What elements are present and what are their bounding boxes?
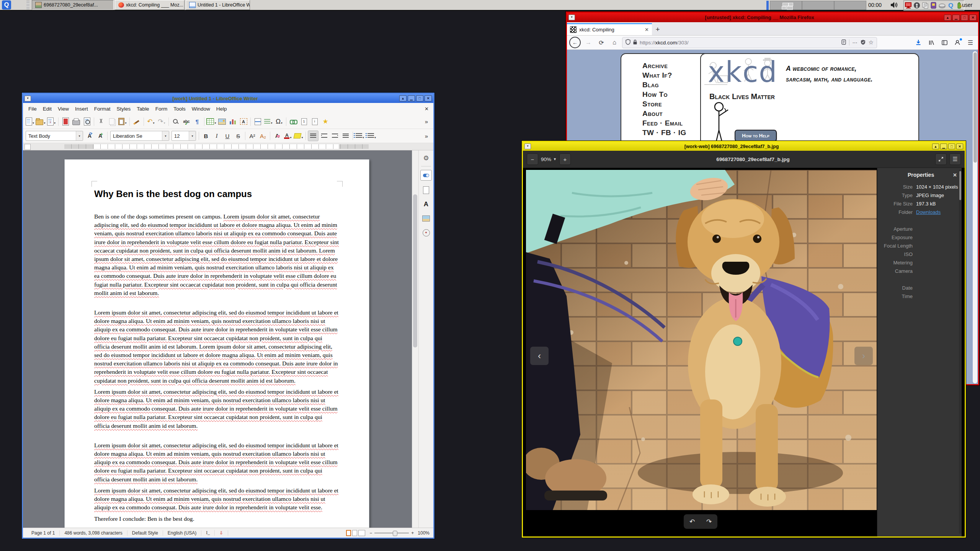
single-page-view-icon[interactable] <box>346 530 351 536</box>
clipboard-icon[interactable] <box>922 2 929 9</box>
app-menu-icon[interactable]: ☰ <box>949 153 961 165</box>
paste-icon[interactable]: ▾ <box>118 117 127 127</box>
font-color-icon[interactable]: A▾ <box>283 131 293 141</box>
window-menu-icon[interactable]: ▾ <box>524 143 531 149</box>
page-actions-icon[interactable]: ⋯ <box>853 40 858 46</box>
menu-edit[interactable]: Edit <box>40 106 55 112</box>
tab-xkcd[interactable]: xkcd: Compiling ✕ <box>567 23 652 35</box>
shade-button[interactable]: ▲ <box>399 95 407 101</box>
word-count[interactable]: 486 words, 3,098 characters <box>60 530 127 536</box>
menu-table[interactable]: Table <box>134 106 152 112</box>
document-heading[interactable]: Why Ben is the best dog on campus <box>94 189 339 199</box>
qubes-icon[interactable]: Q <box>947 2 954 9</box>
zoom-percentage[interactable]: 100% <box>418 530 430 536</box>
toolbar-overflow-icon[interactable]: » <box>421 117 431 127</box>
maximize-button[interactable]: □ <box>948 143 955 149</box>
library-icon[interactable] <box>926 37 937 48</box>
bookmark-icon[interactable]: ★ <box>320 117 330 127</box>
align-center-icon[interactable] <box>319 131 329 141</box>
forward-icon[interactable]: → <box>583 37 594 48</box>
paragraph[interactable]: Ben is one of the dogs sometimes present… <box>94 212 339 297</box>
shade-button[interactable]: ▲ <box>944 15 951 21</box>
rotate-left-icon[interactable]: ↶ <box>689 518 695 526</box>
viewer-titlebar[interactable]: ▾ [work-web] 6968727080_29ecef8af7_b.jpg… <box>523 142 965 151</box>
menu-form[interactable]: Form <box>152 106 171 112</box>
workspace-1[interactable] <box>770 1 802 10</box>
redo-icon[interactable]: ↷▾ <box>157 117 167 127</box>
book-view-icon[interactable] <box>358 530 365 536</box>
highlight-color-icon[interactable]: ▾ <box>294 131 304 141</box>
page-deck-icon[interactable] <box>421 186 431 195</box>
firefox-titlebar[interactable]: ▾ [untrusted] xkcd: Compiling __ Mozilla… <box>567 13 978 22</box>
conclusion-paragraph[interactable]: Therefore I conclude: Ben is the best do… <box>94 515 339 523</box>
shade-button[interactable]: ▲ <box>932 143 939 149</box>
reload-icon[interactable]: ⟳ <box>596 37 607 48</box>
tab-stop-selector[interactable] <box>24 144 31 150</box>
sidebar-settings-icon[interactable]: ⚙ <box>421 153 431 163</box>
home-icon[interactable]: ⌂ <box>609 37 620 48</box>
download-icon[interactable] <box>913 37 924 48</box>
minimize-button[interactable]: ▁ <box>952 15 960 21</box>
bookmark-star-icon[interactable]: ☆ <box>869 39 874 46</box>
dog-photo[interactable] <box>526 170 877 510</box>
print-icon[interactable] <box>71 117 81 127</box>
font-size-combo[interactable]: 12▾ <box>172 131 196 141</box>
speaker-icon[interactable] <box>890 1 898 10</box>
menu-help[interactable]: Help <box>213 106 230 112</box>
undo-icon[interactable]: ↶▾ <box>146 117 156 127</box>
text-language[interactable]: English (USA) <box>163 530 201 536</box>
paragraph[interactable]: Lorem ipsum dolor sit amet, consectetur … <box>94 441 339 484</box>
minimize-button[interactable]: ▁ <box>408 95 415 101</box>
paragraph-style-combo[interactable]: Text Body▾ <box>26 131 83 141</box>
next-image-icon[interactable]: › <box>854 347 873 365</box>
endnote-icon[interactable]: i <box>310 117 320 127</box>
menu-file[interactable]: File <box>25 106 40 112</box>
taskbar-button-firefox[interactable]: xkcd: Compiling ___ Moz... <box>115 0 185 10</box>
open-icon[interactable]: ▾ <box>36 117 46 127</box>
folder-link[interactable]: Downloads <box>916 209 941 215</box>
properties-deck-icon[interactable] <box>420 170 432 181</box>
strikethrough-icon[interactable]: S <box>233 131 243 141</box>
new-document-icon[interactable]: ▾ <box>25 117 35 127</box>
new-style-icon[interactable]: A+ <box>95 131 105 141</box>
paragraph[interactable]: Lorem ipsum dolor sit amet, consectetur … <box>94 388 339 430</box>
save-status-icon[interactable]: ⇩ <box>215 530 228 536</box>
properties-close-icon[interactable]: ✕ <box>953 172 957 178</box>
bullet-list-icon[interactable]: ▾ <box>355 131 365 141</box>
zoom-in-icon[interactable]: + <box>559 153 571 165</box>
document-text[interactable]: Why Ben is the best dog on campus Ben is… <box>94 183 339 526</box>
clone-formatting-icon[interactable] <box>132 117 142 127</box>
privacy-keyhole-icon[interactable] <box>913 2 921 9</box>
cut-icon[interactable] <box>96 117 106 127</box>
window-menu-icon[interactable]: ▾ <box>24 96 31 101</box>
navigator-deck-icon[interactable]: ✦ <box>421 228 431 237</box>
page-scrollbar[interactable] <box>973 51 977 383</box>
qubes-launcher-button[interactable]: Q <box>2 0 11 10</box>
display-icon[interactable] <box>905 2 912 9</box>
empty-paragraph[interactable] <box>94 300 339 308</box>
zoom-level-dropdown[interactable]: 90%▼ <box>541 156 557 162</box>
back-icon[interactable]: ← <box>569 37 581 48</box>
workspace-3[interactable] <box>834 1 866 10</box>
tab-close-icon[interactable]: ✕ <box>645 27 649 33</box>
toolbar-overflow-icon[interactable]: » <box>421 131 431 141</box>
insert-chart-icon[interactable] <box>228 117 238 127</box>
print-preview-icon[interactable] <box>82 117 92 127</box>
find-replace-icon[interactable] <box>171 117 181 127</box>
spelling-icon[interactable]: abc <box>181 117 191 127</box>
insert-field-icon[interactable]: ▾ <box>263 117 273 127</box>
taskbar-button-image-viewer[interactable]: 6968727080_29ecef8af... <box>32 0 114 10</box>
rotate-right-icon[interactable]: ↷ <box>706 518 712 526</box>
insert-table-icon[interactable]: ▾ <box>206 117 216 127</box>
menu-styles[interactable]: Styles <box>114 106 134 112</box>
taskbar-button-writer[interactable]: Untitled 1 - LibreOffice W... <box>186 0 250 10</box>
superscript-icon[interactable]: A² <box>247 131 257 141</box>
update-style-icon[interactable]: A⟳ <box>85 131 95 141</box>
italic-icon[interactable]: I <box>212 131 222 141</box>
footnote-icon[interactable]: 1 <box>299 117 309 127</box>
hyperlink-icon[interactable] <box>288 117 298 127</box>
save-icon[interactable]: ↓▾ <box>46 117 56 127</box>
account-icon[interactable] <box>952 37 963 48</box>
align-justify-icon[interactable] <box>341 131 351 141</box>
page-break-icon[interactable] <box>253 117 263 127</box>
